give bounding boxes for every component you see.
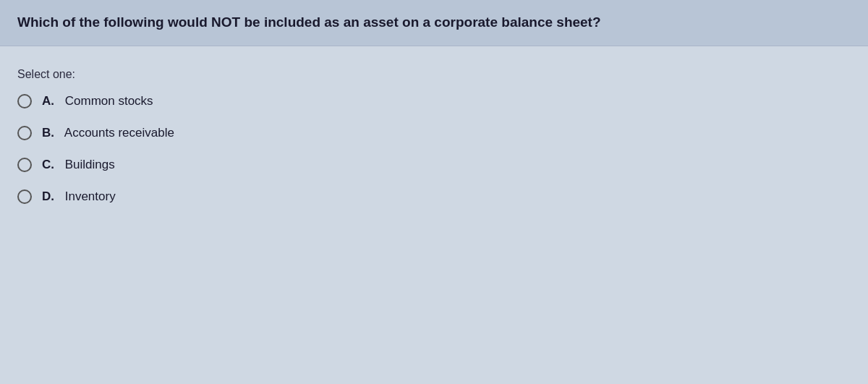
option-text-c: Buildings (65, 158, 115, 171)
option-letter-a: A. (42, 94, 54, 108)
option-label-b: B. Accounts receivable (42, 126, 174, 140)
option-label-c: C. Buildings (42, 158, 115, 172)
question-banner: Which of the following would NOT be incl… (0, 0, 868, 46)
option-row-c[interactable]: C. Buildings (17, 158, 851, 172)
radio-d[interactable] (17, 189, 32, 204)
page-container: Which of the following would NOT be incl… (0, 0, 868, 384)
option-label-d: D. Inventory (42, 189, 116, 204)
question-text: Which of the following would NOT be incl… (17, 14, 601, 30)
option-label-a: A. Common stocks (42, 94, 153, 108)
option-row-d[interactable]: D. Inventory (17, 189, 851, 204)
option-text-a: Common stocks (65, 94, 153, 108)
option-text-b: Accounts receivable (64, 126, 174, 140)
option-text-d: Inventory (65, 189, 116, 203)
radio-b[interactable] (17, 126, 32, 140)
select-label: Select one: (17, 68, 851, 81)
radio-c[interactable] (17, 158, 32, 172)
option-row-b[interactable]: B. Accounts receivable (17, 126, 851, 140)
option-letter-b: B. (42, 126, 54, 140)
option-row-a[interactable]: A. Common stocks (17, 94, 851, 108)
radio-a[interactable] (17, 94, 32, 108)
answer-area: Select one: A. Common stocks B. Accounts… (0, 54, 868, 236)
option-letter-c: C. (42, 158, 54, 171)
option-letter-d: D. (42, 189, 54, 203)
